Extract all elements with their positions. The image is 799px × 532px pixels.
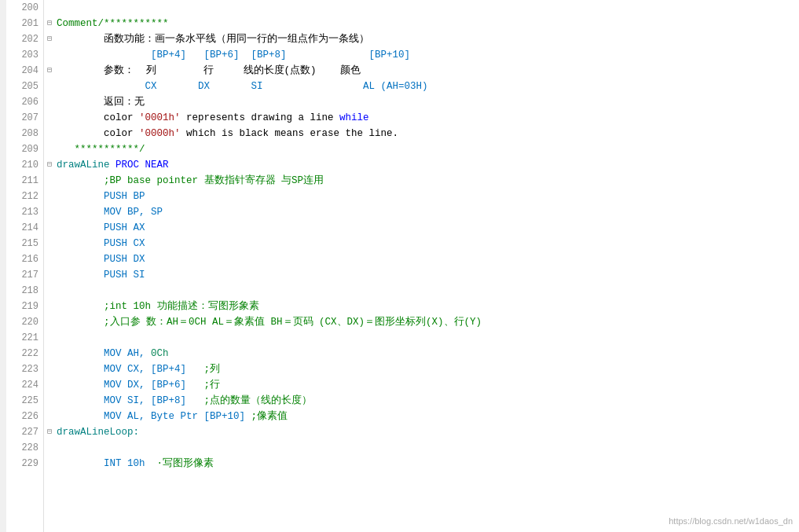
code-token: ;点的数量（线的长度） xyxy=(186,393,312,409)
line-number: 223 xyxy=(6,361,43,377)
code-token xyxy=(57,251,104,267)
fold-spacer xyxy=(47,0,57,16)
fold-spacer xyxy=(47,393,57,409)
line-number: 220 xyxy=(6,314,43,330)
code-token: ;行 xyxy=(186,377,220,393)
code-token xyxy=(57,456,104,471)
fold-icon[interactable]: ⊟ xyxy=(47,16,57,31)
code-token: MOV AH, xyxy=(104,346,151,361)
code-token: ;BP base pointer 基数指针寄存器 与SP连用 xyxy=(57,173,324,189)
code-token: 参数： 列 行 线的长度(点数) 颜色 xyxy=(57,63,361,79)
code-token xyxy=(57,377,104,393)
line-number: 227 xyxy=(6,424,43,440)
fold-icon[interactable]: ⊟ xyxy=(47,157,57,173)
line-number: 228 xyxy=(6,440,43,456)
code-token: CX DX SI AL (AH=03H) xyxy=(57,79,428,94)
left-bar xyxy=(0,0,6,532)
code-line: MOV DX, [BP+6] ;行 xyxy=(47,377,799,393)
fold-spacer xyxy=(47,251,57,267)
code-token: 返回：无 xyxy=(57,94,145,110)
fold-spacer xyxy=(47,110,57,126)
code-area[interactable]: ⊟ Comment/***********⊟ 函数功能：画一条水平线（用同一行的… xyxy=(44,0,799,532)
fold-icon[interactable]: ⊟ xyxy=(47,63,57,79)
code-line: PUSH SI xyxy=(47,267,799,283)
fold-spacer xyxy=(47,141,57,157)
line-number: 212 xyxy=(6,189,43,204)
line-number: 214 xyxy=(6,220,43,236)
fold-spacer xyxy=(47,440,57,456)
code-token: ***********/ xyxy=(57,141,145,157)
code-token: ;像素值 xyxy=(245,409,288,424)
fold-spacer xyxy=(47,299,57,314)
code-line: PUSH CX xyxy=(47,236,799,251)
code-token: PUSH DX xyxy=(104,251,145,267)
fold-spacer xyxy=(47,173,57,189)
code-line xyxy=(47,283,799,299)
code-line: MOV AL, Byte Ptr [BP+10] ;像素值 xyxy=(47,409,799,424)
code-token xyxy=(57,409,104,424)
line-number: 226 xyxy=(6,409,43,424)
code-line xyxy=(47,440,799,456)
line-number: 206 xyxy=(6,94,43,110)
code-line: ⊟ 参数： 列 行 线的长度(点数) 颜色 xyxy=(47,63,799,79)
code-line: ⊟ drawALineLoop: xyxy=(47,424,799,440)
code-token: color xyxy=(57,110,139,126)
code-line: ⊟ drawALine PROC NEAR xyxy=(47,157,799,173)
fold-spacer xyxy=(47,314,57,330)
code-token: ;入口参 数：AH＝0CH AL＝象素值 BH＝页码 (CX、DX)＝图形坐标列… xyxy=(57,314,482,330)
line-number: 218 xyxy=(6,283,43,299)
code-token xyxy=(57,267,104,283)
fold-spacer xyxy=(47,456,57,471)
fold-icon[interactable]: ⊟ xyxy=(47,424,57,440)
line-number: 208 xyxy=(6,126,43,141)
fold-spacer xyxy=(47,220,57,236)
fold-spacer xyxy=(47,94,57,110)
code-line: [BP+4] [BP+6] [BP+8] [BP+10] xyxy=(47,47,799,63)
code-line: ;int 10h 功能描述：写图形象素 xyxy=(47,299,799,314)
line-number: 222 xyxy=(6,346,43,361)
code-line xyxy=(47,0,799,16)
fold-spacer xyxy=(47,236,57,251)
line-number: 213 xyxy=(6,204,43,220)
fold-spacer xyxy=(47,361,57,377)
line-number: 201 xyxy=(6,16,43,31)
fold-spacer xyxy=(47,204,57,220)
editor-container: 2002012022032042052062072082092102112122… xyxy=(0,0,799,532)
code-token: which is black means erase the line. xyxy=(181,126,399,141)
code-token: PUSH BP xyxy=(104,189,145,204)
line-number: 205 xyxy=(6,79,43,94)
code-token: MOV SI, [BP+8] xyxy=(104,393,186,409)
code-line: MOV SI, [BP+8] ;点的数量（线的长度） xyxy=(47,393,799,409)
code-token xyxy=(57,393,104,409)
fold-icon[interactable]: ⊟ xyxy=(47,31,57,47)
code-token: MOV AL, Byte Ptr [BP+10] xyxy=(104,409,245,424)
line-number: 217 xyxy=(6,267,43,283)
code-token: drawALine xyxy=(57,157,115,173)
line-number: 219 xyxy=(6,299,43,314)
line-number: 225 xyxy=(6,393,43,409)
code-token: drawALineLoop: xyxy=(57,424,139,440)
code-line: color '0000h' which is black means erase… xyxy=(47,126,799,141)
code-line: color '0001h' represents drawing a line … xyxy=(47,110,799,126)
code-token: while xyxy=(339,110,369,126)
code-line xyxy=(47,330,799,346)
code-token: MOV BP, SP xyxy=(104,204,163,220)
code-line: ***********/ xyxy=(47,141,799,157)
code-token: MOV DX, [BP+6] xyxy=(104,377,186,393)
code-line: MOV AH, 0Ch xyxy=(47,346,799,361)
line-number: 202 xyxy=(6,31,43,47)
line-numbers: 2002012022032042052062072082092102112122… xyxy=(6,0,44,532)
code-token: '0001h' xyxy=(139,110,181,126)
code-line: ⊟ 函数功能：画一条水平线（用同一行的一组点作为一条线） xyxy=(47,31,799,47)
code-token xyxy=(57,361,104,377)
code-line: ;入口参 数：AH＝0CH AL＝象素值 BH＝页码 (CX、DX)＝图形坐标列… xyxy=(47,314,799,330)
code-token: color xyxy=(57,126,139,141)
code-token xyxy=(57,189,104,204)
code-line: PUSH AX xyxy=(47,220,799,236)
line-number: 221 xyxy=(6,330,43,346)
line-number: 203 xyxy=(6,47,43,63)
fold-spacer xyxy=(47,330,57,346)
line-number: 229 xyxy=(6,456,43,471)
code-token xyxy=(57,236,104,251)
code-token: PUSH AX xyxy=(104,220,145,236)
